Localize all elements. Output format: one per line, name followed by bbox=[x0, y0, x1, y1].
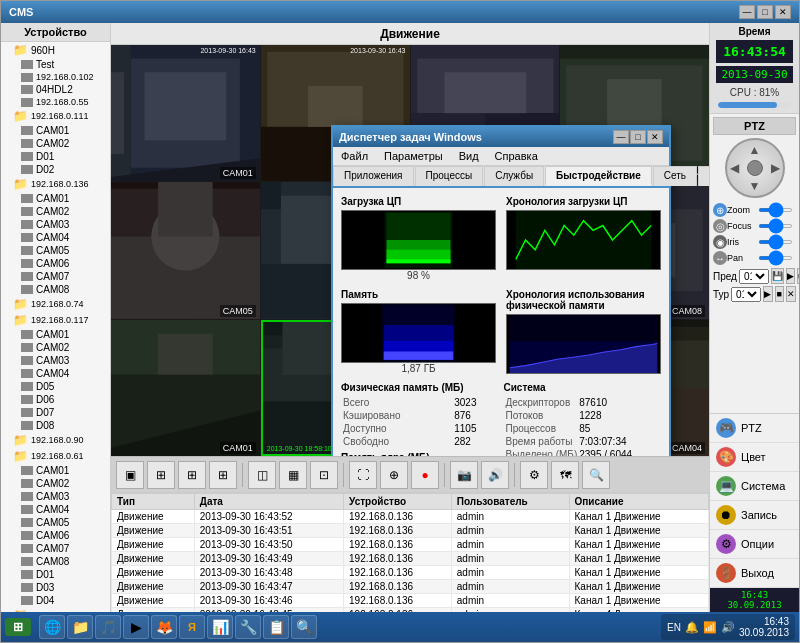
tour-delete-button[interactable]: ✕ bbox=[786, 286, 796, 302]
tour-stop-button[interactable]: ■ bbox=[775, 286, 785, 302]
sidebar-item-test[interactable]: Test bbox=[1, 58, 110, 71]
sidebar-item-192-168-0-111[interactable]: 📁 192.168.0.111 bbox=[1, 108, 110, 124]
layout-2x2-button[interactable]: ⊞ bbox=[147, 461, 175, 489]
sidebar-item-d04[interactable]: D04 bbox=[1, 594, 110, 607]
tm-menu-help[interactable]: Справка bbox=[492, 149, 541, 163]
settings-button[interactable]: ⚙ bbox=[520, 461, 548, 489]
table-row[interactable]: Движение 2013-09-30 16:43:51 192.168.0.1… bbox=[112, 524, 709, 538]
table-row[interactable]: Движение 2013-09-30 16:43:50 192.168.0.1… bbox=[112, 538, 709, 552]
audio-button[interactable]: 🔊 bbox=[481, 461, 509, 489]
tm-menu-view[interactable]: Вид bbox=[456, 149, 482, 163]
sidebar-item-d02-a[interactable]: D02 bbox=[1, 163, 110, 176]
sidebar-item-cam03-d[interactable]: CAM03 bbox=[1, 490, 110, 503]
options-button[interactable]: ⚙ Опции bbox=[710, 530, 799, 559]
sidebar-item-d01-a[interactable]: D01 bbox=[1, 150, 110, 163]
tab-applications[interactable]: Приложения bbox=[333, 166, 414, 186]
system-button[interactable]: 💻 Система bbox=[710, 472, 799, 501]
ptz-center[interactable] bbox=[747, 160, 763, 176]
sidebar-item-cam03-b[interactable]: CAM03 bbox=[1, 218, 110, 231]
sidebar-item-cam08-d[interactable]: CAM08 bbox=[1, 555, 110, 568]
close-button[interactable]: ✕ bbox=[775, 5, 791, 19]
zoom-slider[interactable] bbox=[758, 208, 793, 212]
snapshot-button[interactable]: 📷 bbox=[450, 461, 478, 489]
minimize-button[interactable]: — bbox=[739, 5, 755, 19]
iris-slider[interactable] bbox=[758, 240, 793, 244]
taskbar-yandex[interactable]: Я bbox=[179, 615, 205, 639]
layout-4x4-button[interactable]: ⊞ bbox=[209, 461, 237, 489]
sidebar-item-cam02-c[interactable]: CAM02 bbox=[1, 341, 110, 354]
sidebar-item-cam01-b[interactable]: CAM01 bbox=[1, 192, 110, 205]
preset-play-button[interactable]: ▶ bbox=[786, 268, 795, 284]
sidebar-item-cam06-d[interactable]: CAM06 bbox=[1, 529, 110, 542]
tab-performance[interactable]: Быстродействие bbox=[545, 166, 652, 186]
ptz-joystick[interactable]: ▲ ▼ ◀ ▶ bbox=[725, 138, 785, 198]
table-row[interactable]: Движение 2013-09-30 16:43:46 192.168.0.1… bbox=[112, 594, 709, 608]
sidebar-item-cam08-b[interactable]: CAM08 bbox=[1, 283, 110, 296]
table-row[interactable]: Движение 2013-09-30 16:43:48 192.168.0.1… bbox=[112, 566, 709, 580]
ptz-action-button[interactable]: 🎮 PTZ bbox=[710, 414, 799, 443]
sidebar-item-cam02-a[interactable]: CAM02 bbox=[1, 137, 110, 150]
layout-3x3-button[interactable]: ⊞ bbox=[178, 461, 206, 489]
start-button[interactable]: ⊞ bbox=[5, 618, 31, 636]
tab-services[interactable]: Службы bbox=[484, 166, 544, 186]
preset-save-button[interactable]: 💾 bbox=[771, 268, 784, 284]
sidebar-item-cam02-d[interactable]: CAM02 bbox=[1, 477, 110, 490]
map-button[interactable]: 🗺 bbox=[551, 461, 579, 489]
taskbar-browser[interactable]: 🦊 bbox=[151, 615, 177, 639]
preset-stop-button[interactable]: ■ bbox=[797, 268, 799, 284]
layout-1x1-button[interactable]: ▣ bbox=[116, 461, 144, 489]
ptz-left-button[interactable]: ◀ bbox=[730, 161, 739, 175]
camera-cell-5[interactable]: CAM05 bbox=[111, 182, 260, 318]
preset-select[interactable]: 01 02 03 bbox=[739, 269, 769, 284]
layout-custom-button[interactable]: ▦ bbox=[279, 461, 307, 489]
taskbar-app1[interactable]: ▶ bbox=[123, 615, 149, 639]
pan-slider[interactable] bbox=[758, 256, 793, 260]
tm-minimize[interactable]: — bbox=[613, 130, 629, 144]
task-manager-dialog[interactable]: Диспетчер задач Windows — □ ✕ Файл Парам… bbox=[331, 125, 671, 456]
sidebar-item-d07[interactable]: D07 bbox=[1, 406, 110, 419]
ptz-up-button[interactable]: ▲ bbox=[749, 143, 761, 157]
taskbar-app2[interactable]: 📊 bbox=[207, 615, 233, 639]
sidebar-item-04hdl2[interactable]: 04HDL2 bbox=[1, 83, 110, 96]
sidebar-item-d03[interactable]: D03 bbox=[1, 581, 110, 594]
tab-users[interactable]: Пользователи bbox=[698, 166, 709, 186]
taskbar-app3[interactable]: 🔧 bbox=[235, 615, 261, 639]
exit-button[interactable]: 🚪 Выход bbox=[710, 559, 799, 588]
record-action-button[interactable]: ⏺ Запись bbox=[710, 501, 799, 530]
sidebar-item-192-168-0-102[interactable]: 192.168.0.102 bbox=[1, 71, 110, 83]
taskbar-search[interactable]: 🔍 bbox=[291, 615, 317, 639]
camera-cell-9[interactable]: CAM01 bbox=[111, 320, 260, 456]
sidebar-item-192-168-0-55[interactable]: 192.168.0.55 bbox=[1, 96, 110, 108]
ptz-down-button[interactable]: ▼ bbox=[749, 179, 761, 193]
tour-select[interactable]: 01 02 bbox=[731, 287, 761, 302]
sidebar-item-cam04-b[interactable]: CAM04 bbox=[1, 231, 110, 244]
sidebar-item-cam05-d[interactable]: CAM05 bbox=[1, 516, 110, 529]
sidebar-item-d05[interactable]: D05 bbox=[1, 380, 110, 393]
sidebar-item-cam05-b[interactable]: CAM05 bbox=[1, 244, 110, 257]
sidebar-item-d01-b[interactable]: D01 bbox=[1, 568, 110, 581]
color-button[interactable]: 🎨 Цвет bbox=[710, 443, 799, 472]
layout-mixed-button[interactable]: ⊡ bbox=[310, 461, 338, 489]
sidebar-item-cam01-d[interactable]: CAM01 bbox=[1, 464, 110, 477]
sidebar-item-cam07-b[interactable]: CAM07 bbox=[1, 270, 110, 283]
maximize-button[interactable]: □ bbox=[757, 5, 773, 19]
table-row[interactable]: Движение 2013-09-30 16:43:52 192.168.0.1… bbox=[112, 510, 709, 524]
ptz-right-button[interactable]: ▶ bbox=[771, 161, 780, 175]
tm-close[interactable]: ✕ bbox=[647, 130, 663, 144]
tm-menu-file[interactable]: Файл bbox=[338, 149, 371, 163]
layout-wide-button[interactable]: ◫ bbox=[248, 461, 276, 489]
tab-network[interactable]: Сеть bbox=[653, 166, 697, 186]
sidebar-item-cam01-c[interactable]: CAM01 bbox=[1, 328, 110, 341]
camera-cell-1[interactable]: CAM01 2013-09-30 16:43 bbox=[111, 45, 260, 181]
sidebar-item-cam03-c[interactable]: CAM03 bbox=[1, 354, 110, 367]
taskbar-folder[interactable]: 📁 bbox=[67, 615, 93, 639]
sidebar-item-cam02-b[interactable]: CAM02 bbox=[1, 205, 110, 218]
sidebar-item-192-168-0-90[interactable]: 📁 192.168.0.90 bbox=[1, 432, 110, 448]
sidebar-item-192-168-0-61[interactable]: 📁 192.168.0.61 bbox=[1, 448, 110, 464]
taskbar-ie[interactable]: 🌐 bbox=[39, 615, 65, 639]
sidebar-item-cam01-a[interactable]: CAM01 bbox=[1, 124, 110, 137]
sidebar-item-192-168-0-74[interactable]: 📁 192.168.0.74 bbox=[1, 296, 110, 312]
table-row[interactable]: Движение 2013-09-30 16:43:49 192.168.0.1… bbox=[112, 552, 709, 566]
tab-processes[interactable]: Процессы bbox=[415, 166, 484, 186]
sidebar-item-cam07-d[interactable]: CAM07 bbox=[1, 542, 110, 555]
